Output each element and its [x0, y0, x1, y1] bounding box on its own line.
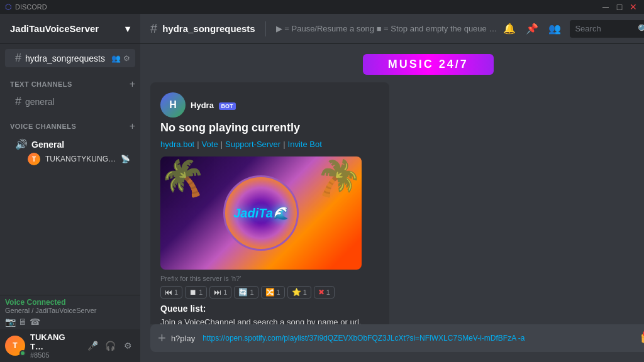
channel-hash-icon: #	[150, 21, 157, 36]
reaction-shuffle[interactable]: 🔀 1	[261, 286, 285, 299]
channel-name-general: general	[25, 97, 55, 107]
message-input-area: + h?play https://open.spotify.com/playli…	[140, 324, 644, 362]
music-banner: MUSIC 24/7	[363, 54, 494, 75]
pin-icon[interactable]: 📌	[525, 21, 540, 36]
voice-channel-general-header[interactable]: 🔊 General	[15, 137, 130, 151]
input-right-icons: 🎁 GIF 😊	[640, 331, 644, 346]
reaction-prev[interactable]: ⏮ 1	[160, 286, 182, 299]
mute-button[interactable]: 🎤	[85, 338, 100, 353]
queue-list-title: Queue list:	[160, 304, 379, 314]
reaction-x[interactable]: ✖ 1	[314, 286, 335, 299]
channel-header-icons: 🔔 📌 👥 🔍 @ ?	[502, 20, 644, 38]
deafen-button[interactable]: 🎧	[103, 338, 118, 353]
music-banner-container: MUSIC 24/7	[150, 54, 644, 75]
announcement-links: hydra.bot | Vote | Support-Server | Invi…	[160, 140, 379, 149]
camera-icon[interactable]: 📷	[5, 317, 16, 327]
input-content: https://open.spotify.com/playlist/37i9dQ…	[203, 334, 635, 343]
titlebar-app-name: DISCORD	[15, 3, 47, 11]
text-channels-label: TEXT CHANNELS	[10, 80, 72, 88]
shuffle-icon: 🔀	[265, 288, 275, 297]
notification-bell-icon[interactable]: 🔔	[502, 21, 517, 36]
user-panel: T TUKANG T… #8505 🎤 🎧 ⚙	[0, 329, 140, 362]
titlebar-controls[interactable]: ─ □ ✕	[600, 2, 639, 12]
user-controls: 🎤 🎧 ⚙	[85, 338, 135, 353]
user-avatar: T	[5, 336, 25, 356]
text-channels-category[interactable]: TEXT CHANNELS +	[0, 69, 140, 92]
voice-channel-general: 🔊 General T TUKANGTYKUNG… 📡	[5, 134, 135, 169]
bot-badge: BOT	[219, 102, 236, 110]
stream-icon: 📡	[121, 155, 130, 163]
channel-item-general[interactable]: # general	[5, 92, 135, 111]
prev-icon: ⏮	[165, 288, 172, 297]
channel-name-hydra: hydra_songrequests	[25, 53, 105, 63]
voice-channel-name: General	[31, 140, 64, 150]
screen-share-icon[interactable]: 🖥	[18, 317, 27, 327]
channel-header-divider	[265, 21, 266, 36]
vote-link[interactable]: Vote	[202, 140, 218, 149]
voice-user-tukangtykung[interactable]: T TUKANGTYKUNG… 📡	[15, 151, 130, 167]
user-status-dot	[19, 350, 26, 356]
add-voice-channel-icon[interactable]: +	[130, 121, 135, 132]
messages-area: MUSIC 24/7 H Hydra BOT No song playing c…	[140, 44, 644, 324]
voice-channels-label: VOICE CHANNELS	[10, 123, 76, 130]
channel-header-description: ▶ = Pause/Resume a song ■ = Stop and emp…	[276, 24, 497, 33]
palm-left-icon: 🌴	[160, 156, 214, 208]
speaker-icon: 🔊	[15, 138, 28, 150]
voice-channels-category[interactable]: VOICE CHANNELS +	[0, 111, 140, 134]
x-icon: ✖	[318, 288, 325, 297]
members-list-icon[interactable]: 👥	[547, 21, 562, 36]
disconnect-icon[interactable]: ☎	[30, 317, 40, 327]
reaction-repeat[interactable]: 🔄 1	[234, 286, 258, 299]
discord-logo-icon: ⬡	[5, 3, 11, 11]
voice-connected-info: Voice Connected General / JadiTauVoiceSe…	[5, 298, 135, 314]
hash-icon-general: #	[15, 95, 21, 108]
main-content: # hydra_songrequests ▶ = Pause/Resume a …	[140, 14, 644, 362]
server-header[interactable]: JadiTauVoiceServer ▾	[0, 14, 140, 44]
add-channel-icon[interactable]: +	[130, 79, 135, 90]
hash-icon: #	[15, 52, 21, 65]
spotify-link[interactable]: https://open.spotify.com/playlist/37i9dQ…	[203, 334, 525, 343]
reaction-stop[interactable]: ⏹ 1	[185, 286, 207, 299]
channel-item-hydra-songrequests[interactable]: # hydra_songrequests 👥 ⚙	[5, 49, 135, 67]
reaction-star[interactable]: ⭐ 1	[287, 286, 311, 299]
channel-sidebar: JadiTauVoiceServer ▾ # hydra_songrequest…	[0, 14, 140, 362]
user-settings-button[interactable]: ⚙	[120, 338, 135, 353]
add-attachment-icon[interactable]: +	[158, 330, 166, 346]
music-banner-text: MUSIC 24/7	[388, 58, 469, 70]
hydra-bot-link[interactable]: hydra.bot	[160, 140, 194, 149]
support-server-link[interactable]: Support-Server	[225, 140, 280, 149]
reaction-bar: ⏮ 1 ⏹ 1 ⏭ 1 🔄 1	[160, 286, 379, 299]
members-icon: 👥	[111, 54, 121, 63]
message-input-box: + h?play https://open.spotify.com/playli…	[150, 324, 644, 352]
queue-list: Queue list: Join a VoiceChannel and sear…	[160, 304, 379, 324]
bot-message-author: Hydra	[191, 101, 214, 110]
prefix-text: Prefix for this server is 'h?'	[160, 275, 379, 282]
reaction-count-next: 1	[223, 288, 227, 296]
next-icon: ⏭	[214, 288, 221, 297]
search-bar[interactable]: 🔍	[570, 20, 644, 38]
server-name: JadiTauVoiceServer	[10, 23, 99, 34]
bot-message: H Hydra BOT No song playing currently hy…	[150, 82, 644, 324]
channel-list: # hydra_songrequests 👥 ⚙ TEXT CHANNELS +…	[0, 44, 140, 295]
titlebar: ⬡ DISCORD ─ □ ✕	[0, 0, 644, 14]
bot-image: 🌴 🌴 JadiTa🌊	[160, 156, 362, 270]
chevron-down-icon: ▾	[125, 23, 130, 35]
maximize-button[interactable]: □	[614, 2, 625, 12]
command-prefix: h?play	[171, 334, 195, 343]
settings-icon[interactable]: ⚙	[123, 54, 130, 63]
channel-header: # hydra_songrequests ▶ = Pause/Resume a …	[140, 14, 644, 44]
reaction-count-repeat: 1	[250, 288, 253, 296]
invite-bot-link[interactable]: Invite Bot	[288, 140, 322, 149]
star-icon: ⭐	[292, 288, 301, 297]
gift-icon[interactable]: 🎁	[640, 331, 644, 346]
reaction-next[interactable]: ⏭ 1	[209, 286, 231, 299]
minimize-button[interactable]: ─	[600, 2, 611, 12]
reaction-count-shuffle: 1	[277, 288, 280, 296]
reaction-count-prev: 1	[174, 288, 178, 296]
voice-connected-bar: Voice Connected General / JadiTauVoiceSe…	[0, 295, 140, 329]
reaction-count-x: 1	[326, 288, 330, 296]
close-button[interactable]: ✕	[628, 2, 639, 12]
voice-connected-subtitle: General / JadiTauVoiceServer	[5, 307, 135, 314]
search-input[interactable]	[575, 24, 638, 33]
repeat-icon: 🔄	[238, 288, 248, 297]
